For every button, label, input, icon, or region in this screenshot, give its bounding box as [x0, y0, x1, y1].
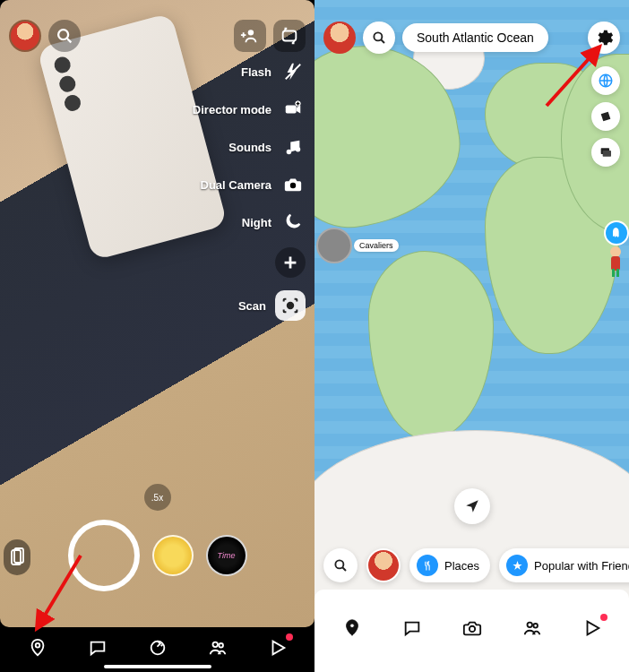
scan-tool[interactable]: Scan [238, 290, 306, 321]
reload-icon [148, 638, 168, 658]
shutter-button[interactable] [68, 520, 140, 591]
layers-button[interactable] [591, 138, 620, 167]
home-indicator[interactable] [104, 665, 211, 668]
profile-avatar[interactable] [9, 20, 41, 52]
flip-camera-icon [280, 26, 299, 46]
story-thumbnail [316, 228, 352, 263]
more-tools-button[interactable] [275, 247, 306, 278]
ghost-story[interactable] [604, 220, 629, 246]
nav-spotlight[interactable] [265, 635, 290, 660]
gear-icon [594, 28, 614, 47]
director-label: Director mode [193, 103, 271, 116]
scan-icon [275, 290, 306, 321]
nav-stories[interactable] [205, 635, 230, 660]
star-icon [506, 555, 528, 576]
map-side-tools [591, 66, 620, 167]
add-friend-button[interactable] [234, 20, 266, 52]
svg-rect-24 [611, 256, 620, 271]
flip-camera-button[interactable] [273, 20, 306, 52]
map-pin-icon [342, 618, 362, 638]
svg-point-13 [35, 642, 39, 647]
popular-button[interactable]: Popular with Friends [499, 548, 629, 582]
svg-point-9 [290, 183, 296, 188]
svg-point-27 [335, 560, 343, 568]
nav-chat[interactable] [85, 635, 110, 660]
story-cavaliers[interactable]: Cavaliers [316, 228, 399, 263]
ticket-button[interactable] [591, 102, 620, 131]
camera-icon [280, 172, 306, 197]
nav-map[interactable] [25, 635, 50, 660]
map-screen: South Atlantic Ocean Cavaliers [314, 0, 629, 672]
nav-chat[interactable] [400, 616, 425, 641]
add-friend-icon [240, 26, 260, 46]
search-button[interactable] [48, 20, 81, 52]
search-icon [332, 557, 349, 573]
scan-label: Scan [238, 299, 266, 313]
map-search-button[interactable] [363, 22, 395, 54]
lens-option-2[interactable]: Time [206, 535, 247, 576]
places-label: Places [444, 559, 479, 573]
svg-point-7 [287, 150, 292, 155]
nav-spotlight[interactable] [580, 616, 605, 641]
night-tool[interactable]: Night [242, 210, 306, 235]
notification-dot [286, 633, 293, 641]
svg-point-32 [533, 623, 538, 627]
director-icon [280, 97, 306, 122]
bottom-nav [314, 603, 629, 652]
chat-icon [88, 638, 108, 658]
svg-point-14 [151, 641, 164, 654]
play-icon [582, 618, 602, 638]
profile-avatar[interactable] [323, 22, 356, 54]
svg-point-15 [212, 642, 218, 647]
popular-label: Popular with Friends [534, 559, 629, 573]
map-top-bar: South Atlantic Ocean [323, 22, 620, 54]
chat-icon [402, 618, 422, 638]
bitmoji-pin[interactable] [606, 246, 625, 278]
svg-point-10 [288, 303, 293, 308]
friends-icon [208, 638, 228, 658]
play-icon [268, 638, 288, 658]
location-arrow-icon [464, 498, 480, 514]
camera-tools: Flash Director mode Sounds Dual Camera N… [193, 59, 306, 321]
nav-camera[interactable] [460, 616, 485, 641]
story-label: Cavaliers [354, 239, 399, 252]
notification-dot [600, 614, 607, 621]
flash-label: Flash [241, 65, 271, 79]
camera-screen: Flash Director mode Sounds Dual Camera N… [0, 0, 314, 672]
places-search-button[interactable] [323, 548, 358, 582]
fork-knife-icon [417, 555, 438, 576]
layers-icon [599, 145, 613, 159]
nav-camera[interactable] [145, 635, 170, 660]
sounds-label: Sounds [228, 141, 271, 154]
moon-icon [280, 210, 306, 235]
night-label: Night [242, 216, 271, 229]
globe-icon [598, 73, 614, 89]
nav-map[interactable] [340, 616, 365, 641]
places-avatar-button[interactable] [366, 548, 401, 582]
ticket-icon [599, 109, 613, 124]
flash-icon [280, 59, 306, 84]
dual-camera-tool[interactable]: Dual Camera [201, 172, 306, 197]
sounds-tool[interactable]: Sounds [228, 134, 306, 159]
lens-option-1[interactable] [152, 535, 194, 576]
recenter-button[interactable] [454, 488, 490, 524]
location-pill[interactable]: South Atlantic Ocean [402, 23, 548, 52]
camera-top-bar [9, 20, 306, 52]
svg-rect-22 [603, 151, 611, 157]
flash-tool[interactable]: Flash [241, 59, 306, 84]
zoom-level[interactable]: .5x [144, 484, 171, 511]
plus-icon [280, 253, 300, 272]
places-button[interactable]: Places [409, 548, 490, 582]
svg-rect-25 [612, 269, 615, 277]
svg-line-19 [381, 39, 384, 43]
globe-button[interactable] [591, 66, 620, 95]
svg-point-16 [219, 642, 223, 647]
director-tool[interactable]: Director mode [193, 97, 306, 122]
map-settings-button[interactable] [588, 22, 620, 54]
svg-point-8 [296, 147, 301, 152]
svg-point-31 [527, 622, 532, 627]
svg-line-1 [67, 39, 72, 43]
svg-line-28 [342, 567, 346, 571]
nav-stories[interactable] [520, 616, 545, 641]
search-icon [371, 30, 387, 46]
